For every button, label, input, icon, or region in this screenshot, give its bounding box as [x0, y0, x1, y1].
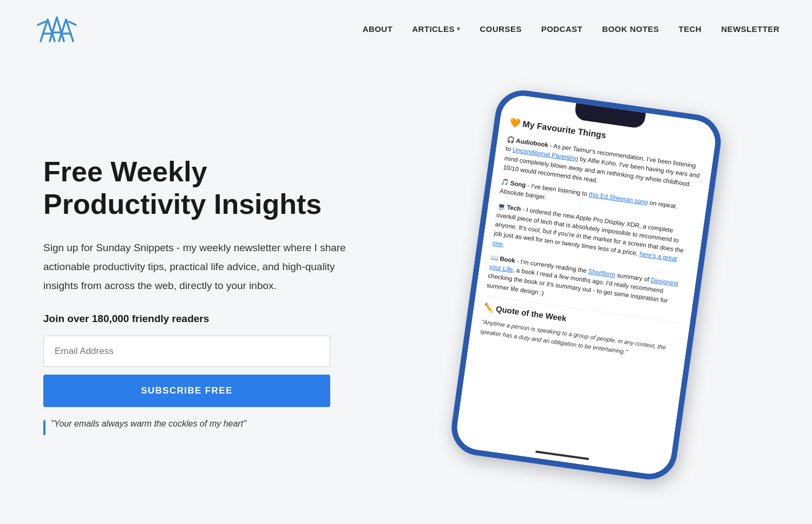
nav-newsletter[interactable]: NEWSLETTER: [721, 24, 780, 34]
readers-count: Join over 180,000 friendly readers: [43, 313, 368, 325]
site-header: ABOUT ARTICLES ▾ COURSES PODCAST BOOK NO…: [0, 0, 812, 57]
right-content: 🧡 My Favourite Things 🎧 Audiobook - As p…: [401, 112, 769, 480]
email-input[interactable]: [43, 336, 330, 367]
testimonial-text: "Your emails always warm the cockles of …: [51, 419, 246, 429]
main-container: Free Weekly Productivity Insights Sign u…: [0, 57, 812, 523]
svg-line-3: [38, 22, 45, 25]
svg-line-4: [69, 22, 76, 25]
nav-articles[interactable]: ARTICLES ▾: [412, 24, 460, 34]
testimonial: "Your emails always warm the cockles of …: [43, 419, 368, 435]
nav-podcast[interactable]: PODCAST: [541, 24, 583, 34]
main-nav: ABOUT ARTICLES ▾ COURSES PODCAST BOOK NO…: [363, 24, 780, 34]
logo-area: [32, 10, 81, 48]
phone-content: 🧡 My Favourite Things 🎧 Audiobook - As p…: [454, 93, 718, 477]
chevron-down-icon: ▾: [457, 25, 460, 32]
left-content: Free Weekly Productivity Insights Sign u…: [43, 156, 368, 435]
site-logo[interactable]: [32, 10, 81, 48]
email-input-wrapper: [43, 336, 368, 367]
phone-mockup: 🧡 My Favourite Things 🎧 Audiobook - As p…: [448, 87, 725, 483]
nav-about[interactable]: ABOUT: [363, 24, 393, 34]
phone-screen: 🧡 My Favourite Things 🎧 Audiobook - As p…: [454, 93, 718, 477]
nav-courses[interactable]: COURSES: [480, 24, 521, 34]
testimonial-bar: [43, 420, 45, 435]
subscribe-button[interactable]: SUBSCRIBE FREE: [43, 375, 330, 407]
nav-tech[interactable]: TECH: [679, 24, 702, 34]
hero-description: Sign up for Sunday Snippets - my weekly …: [43, 238, 368, 295]
hero-title: Free Weekly Productivity Insights: [43, 156, 368, 221]
nav-book-notes[interactable]: BOOK NOTES: [602, 24, 659, 34]
